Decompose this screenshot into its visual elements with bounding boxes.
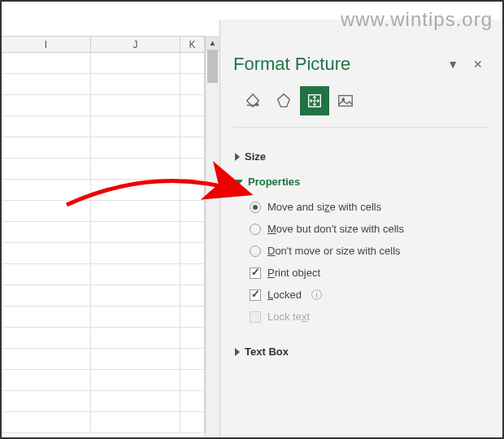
radio-icon	[250, 224, 261, 235]
main-container: I J K ▲ Form	[2, 2, 502, 437]
grid-row	[2, 264, 205, 285]
svg-point-0	[256, 103, 259, 106]
panel-tabs	[233, 86, 489, 128]
section-textbox-header[interactable]: Text Box	[233, 342, 489, 361]
checkbox-lock-text: Lock text	[250, 306, 489, 328]
grid-row	[2, 243, 205, 264]
checkbox-label: Print object	[267, 267, 320, 279]
radio-move-size-cells[interactable]: Move and size with cells	[250, 196, 489, 218]
grid-row	[2, 53, 205, 74]
radio-icon	[250, 246, 261, 257]
checkbox-icon	[250, 289, 261, 301]
grid-row	[2, 137, 205, 159]
svg-marker-1	[278, 94, 290, 107]
column-headers: I J K	[2, 37, 205, 53]
checkbox-icon	[250, 311, 261, 323]
grid-row	[2, 74, 205, 95]
checkbox-print-object[interactable]: Print object	[250, 262, 489, 284]
section-size: Size	[233, 147, 489, 166]
grid-body[interactable]	[2, 53, 205, 437]
section-properties-header[interactable]: Properties	[233, 172, 489, 191]
panel-dropdown-icon[interactable]: ▼	[447, 58, 458, 71]
grid-row	[2, 412, 205, 433]
radio-icon	[250, 202, 261, 213]
vertical-scrollbar[interactable]: ▲	[205, 36, 219, 437]
grid-row	[2, 180, 205, 201]
grid-row	[2, 95, 205, 116]
section-size-title: Size	[245, 150, 266, 163]
caret-right-icon	[235, 348, 240, 356]
caret-down-icon	[235, 180, 243, 185]
radio-move-no-size[interactable]: Move but don't size with cells	[250, 218, 489, 240]
checkbox-icon	[250, 267, 261, 279]
panel-title: Format Picture	[233, 54, 350, 75]
tab-size-properties-icon[interactable]	[300, 86, 329, 115]
section-properties: Properties Move and size with cells Move…	[233, 172, 489, 336]
section-size-header[interactable]: Size	[233, 147, 489, 166]
checkbox-label: Locked	[267, 289, 302, 301]
format-picture-panel: Format Picture ▼ ✕ Size	[219, 20, 502, 437]
svg-rect-3	[339, 96, 353, 106]
panel-header: Format Picture ▼ ✕	[233, 54, 489, 75]
radio-no-move-no-size[interactable]: Don't move or size with cells	[250, 240, 489, 262]
section-properties-title: Properties	[248, 176, 300, 188]
spreadsheet-grid: I J K	[2, 36, 205, 437]
tab-effects-icon[interactable]	[269, 86, 298, 115]
caret-right-icon	[235, 153, 240, 161]
checkbox-label: Lock text	[267, 311, 310, 323]
panel-close-icon[interactable]: ✕	[473, 58, 483, 71]
radio-label: Move and size with cells	[267, 201, 381, 213]
grid-row	[2, 306, 205, 328]
tab-picture-icon[interactable]	[331, 86, 360, 115]
grid-row	[2, 222, 205, 243]
grid-row	[2, 391, 205, 412]
info-icon[interactable]: i	[311, 289, 322, 300]
scroll-up-arrow-icon[interactable]: ▲	[206, 36, 219, 50]
grid-row	[2, 201, 205, 222]
watermark-text: www.wintips.org	[341, 8, 493, 31]
radio-label: Move but don't size with cells	[267, 223, 404, 235]
grid-row	[2, 370, 205, 391]
tab-fill-line-icon[interactable]	[238, 86, 267, 115]
grid-row	[2, 116, 205, 137]
section-textbox: Text Box	[233, 342, 489, 361]
section-properties-body: Move and size with cells Move but don't …	[233, 191, 489, 336]
grid-row	[2, 328, 205, 349]
column-header-i[interactable]: I	[2, 37, 91, 52]
radio-label: Don't move or size with cells	[267, 245, 401, 257]
scroll-thumb[interactable]	[207, 50, 218, 83]
grid-row	[2, 285, 205, 306]
grid-row	[2, 349, 205, 370]
checkbox-locked[interactable]: Locked i	[250, 284, 489, 306]
grid-row	[2, 159, 205, 180]
section-textbox-title: Text Box	[245, 346, 289, 358]
column-header-k[interactable]: K	[180, 37, 205, 52]
column-header-j[interactable]: J	[91, 37, 180, 52]
